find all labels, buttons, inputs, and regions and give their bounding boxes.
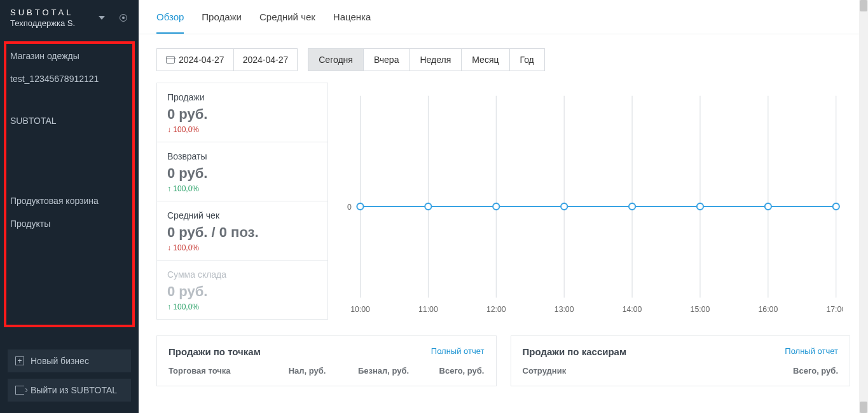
sidebar-item-basket[interactable]: Продуктовая корзина [10,189,136,212]
new-business-label: Новый бизнес [31,356,89,366]
tab-overview[interactable]: Обзор [156,11,184,34]
new-business-button[interactable]: + Новый бизнес [8,349,131,372]
col-card: Безнал, руб. [358,366,427,376]
svg-text:13:00: 13:00 [555,305,574,314]
card-title: Средний чек [167,210,317,220]
card-returns[interactable]: Возвраты 0 руб. ↑ 100,0% [156,142,328,201]
card-title: Продажи [167,92,317,102]
sidebar-nav: Магазин одежды test_12345678912121 SUBTO… [0,33,139,343]
card-stock-sum[interactable]: Сумма склада 0 руб. ↑ 100,0% [156,260,328,320]
tab-sales[interactable]: Продажи [202,11,242,34]
date-to[interactable]: 2024-04-27 [233,49,298,71]
full-report-link[interactable]: Полный отчет [785,346,838,357]
svg-text:15:00: 15:00 [691,305,710,314]
card-change: ↓ 100,0% [167,243,317,252]
exit-label: Выйти из SUBTOTAL [31,385,117,395]
col-cash: Нал, руб. [289,366,358,376]
col-point: Торговая точка [169,366,289,376]
sidebar-item-test[interactable]: test_12345678912121 [10,67,136,90]
chart-svg: 0 10:0011:0012:0013:0014:0015:0016:0017:… [347,89,843,324]
report-columns: Сотрудник Всего, руб. [511,366,850,386]
svg-point-11 [561,203,567,210]
tab-avg-check[interactable]: Средний чек [259,11,315,34]
date-to-value: 2024-04-27 [243,55,289,65]
svg-point-14 [765,203,771,210]
svg-text:11:00: 11:00 [418,305,438,314]
target-icon[interactable] [118,13,128,23]
date-from[interactable]: 2024-04-27 [157,49,233,71]
period-group: Сегодня Вчера Неделя Месяц Год [308,48,545,71]
date-range: 2024-04-27 2024-04-27 [156,48,298,71]
report-by-point: Продажи по точкам Полный отчет Торговая … [156,335,497,386]
col-total: Всего, руб. [712,366,838,376]
sidebar: SUBTOTAL Техподдержка S. Магазин одежды … [0,0,139,413]
sidebar-item-subtotal[interactable]: SUBTOTAL [10,109,136,132]
tab-margin[interactable]: Наценка [333,11,371,34]
card-title: Сумма склада [167,269,317,280]
exit-icon [15,386,24,395]
sales-chart: 0 10:0011:0012:0013:0014:0015:0016:0017:… [341,83,850,324]
sidebar-item-shop[interactable]: Магазин одежды [10,44,136,67]
date-from-value: 2024-04-27 [179,55,224,65]
plus-icon: + [15,356,24,365]
svg-point-12 [629,203,635,210]
report-columns: Торговая точка Нал, руб. Безнал, руб. Вс… [157,366,496,386]
chevron-down-icon[interactable] [97,13,107,23]
period-week[interactable]: Неделя [410,49,462,71]
sidebar-item-products[interactable]: Продукты [10,212,136,235]
svg-point-8 [357,203,363,210]
svg-point-9 [425,203,431,210]
card-avg-check[interactable]: Средний чек 0 руб. / 0 поз. ↓ 100,0% [156,201,328,261]
col-employee: Сотрудник [523,366,712,376]
report-by-cashier: Продажи по кассирам Полный отчет Сотрудн… [511,335,851,386]
sidebar-gap [10,90,136,109]
svg-text:17:00: 17:00 [826,305,843,314]
exit-button[interactable]: Выйти из SUBTOTAL [8,379,131,402]
sidebar-gap [10,132,136,151]
scroll-up-icon[interactable] [860,0,867,11]
report-title: Продажи по точкам [169,346,261,357]
svg-text:10:00: 10:00 [350,305,370,314]
svg-point-10 [493,203,499,210]
main-content: Обзор Продажи Средний чек Наценка 2024-0… [139,0,868,413]
page-scrollbar[interactable] [859,0,868,413]
card-change: ↑ 100,0% [167,184,317,193]
card-sales[interactable]: Продажи 0 руб. ↓ 100,0% [156,83,328,142]
report-title: Продажи по кассирам [523,346,627,357]
sidebar-gap [10,151,136,170]
card-title: Возвраты [167,151,317,161]
period-yesterday[interactable]: Вчера [364,49,410,71]
y-zero-label: 0 [347,203,352,212]
sidebar-footer: + Новый бизнес Выйти из SUBTOTAL [0,343,139,413]
card-change: ↑ 100,0% [167,302,317,311]
full-report-link[interactable]: Полный отчет [431,346,485,357]
card-value: 0 руб. / 0 поз. [167,224,317,241]
card-value: 0 руб. [167,283,317,300]
svg-point-13 [697,203,703,210]
period-month[interactable]: Месяц [462,49,509,71]
app-logo: SUBTOTAL [10,8,75,17]
metric-cards: Продажи 0 руб. ↓ 100,0% Возвраты 0 руб. … [156,83,328,324]
card-value: 0 руб. [167,106,317,123]
toolbar: 2024-04-27 2024-04-27 Сегодня Вчера Неде… [139,34,868,83]
sidebar-header: SUBTOTAL Техподдержка S. [0,0,139,33]
card-value: 0 руб. [167,165,317,182]
col-total: Всего, руб. [427,366,484,376]
svg-text:12:00: 12:00 [486,305,506,314]
svg-text:14:00: 14:00 [623,305,642,314]
sidebar-gap [10,170,136,189]
calendar-icon [166,56,175,64]
scroll-down-icon[interactable] [860,402,867,413]
card-change: ↓ 100,0% [167,125,317,134]
current-user: Техподдержка S. [10,18,75,28]
period-today[interactable]: Сегодня [308,49,364,71]
period-year[interactable]: Год [510,49,544,71]
svg-point-15 [833,203,839,210]
tab-bar: Обзор Продажи Средний чек Наценка [139,0,868,34]
svg-text:16:00: 16:00 [758,305,778,314]
